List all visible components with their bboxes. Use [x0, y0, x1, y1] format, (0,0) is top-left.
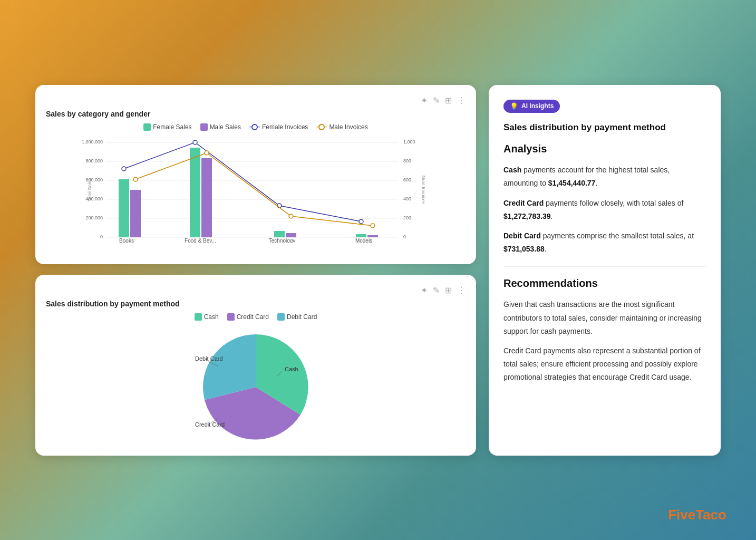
pie-chart-svg: Cash Credit Card Debit Card: [192, 329, 319, 445]
svg-text:Food & Bev...: Food & Bev...: [185, 238, 216, 243]
svg-text:Debit Card: Debit Card: [195, 355, 223, 362]
sparkle-icon-2[interactable]: ✦: [421, 285, 428, 295]
svg-rect-23: [201, 158, 212, 237]
edit-icon-2[interactable]: ✎: [433, 285, 440, 295]
legend-cash: Cash: [195, 313, 219, 321]
brand-part2: Taco: [695, 507, 726, 523]
svg-text:Cash: Cash: [285, 366, 298, 372]
male-sales-color: [200, 123, 208, 131]
ai-badge-label: AI Insights: [521, 102, 554, 110]
chart2-toolbar: ✦ ✎ ⊞ ⋮: [46, 285, 466, 295]
chart2-legend: Cash Credit Card Debit Card: [46, 313, 466, 321]
female-invoices-icon: [249, 124, 260, 130]
legend-credit-card: Credit Card: [227, 313, 269, 321]
svg-text:0: 0: [100, 234, 103, 239]
more-icon-2[interactable]: ⋮: [457, 285, 466, 295]
analysis-title: Analysis: [503, 143, 706, 155]
analysis-debit-card: Debit Card payments comprise the smalles…: [503, 229, 706, 256]
analysis-cash: Cash payments account for the highest to…: [503, 163, 706, 190]
male-sales-label: Male Sales: [210, 123, 241, 131]
chart2-card: ✦ ✎ ⊞ ⋮ Sales distribution by payment me…: [35, 275, 476, 456]
chart1-area: 1,000,000 800,000 600,000 400,000 200,00…: [46, 137, 466, 243]
legend-male-sales: Male Sales: [200, 123, 241, 131]
legend-male-invoices: Male Invoices: [316, 123, 367, 131]
sparkle-icon[interactable]: ✦: [421, 95, 428, 105]
svg-text:1,000: 1,000: [403, 139, 415, 144]
svg-text:1,000,000: 1,000,000: [82, 139, 103, 144]
svg-rect-24: [274, 231, 285, 237]
ai-insights-panel: 💡 AI Insights Sales distribution by paym…: [489, 85, 721, 456]
svg-point-29: [193, 140, 197, 144]
more-icon[interactable]: ⋮: [457, 95, 466, 105]
svg-text:Total Sales: Total Sales: [87, 178, 92, 201]
svg-rect-25: [286, 233, 296, 237]
svg-rect-20: [119, 179, 129, 237]
chart1-svg: 1,000,000 800,000 600,000 400,000 200,00…: [46, 137, 466, 243]
svg-text:200: 200: [403, 215, 411, 220]
legend-female-sales: Female Sales: [143, 123, 191, 131]
svg-text:200,000: 200,000: [85, 215, 103, 220]
svg-text:800,000: 800,000: [85, 158, 103, 163]
legend-debit-card: Debit Card: [277, 313, 317, 321]
svg-text:Books: Books: [119, 238, 134, 243]
left-panel: ✦ ✎ ⊞ ⋮ Sales by category and gender Fem…: [35, 85, 476, 456]
male-invoices-label: Male Invoices: [329, 123, 367, 131]
credit-card-label: Credit Card: [237, 313, 269, 321]
svg-point-32: [133, 177, 138, 181]
svg-text:800: 800: [403, 158, 411, 163]
svg-rect-22: [190, 148, 200, 237]
debit-card-label: Debit Card: [287, 313, 317, 321]
branding: FiveTaco: [668, 507, 726, 523]
ai-badge-icon: 💡: [510, 102, 518, 110]
section-divider: [503, 266, 706, 267]
cash-label: Cash: [204, 313, 219, 321]
recommendation-2: Credit Card payments also represent a su…: [503, 344, 706, 384]
chart1-legend: Female Sales Male Sales Female Invoices …: [46, 123, 466, 131]
cash-color: [195, 313, 202, 321]
svg-rect-26: [356, 234, 366, 237]
credit-card-color: [227, 313, 235, 321]
edit-icon[interactable]: ✎: [433, 95, 440, 105]
svg-text:Technology: Technology: [269, 238, 296, 243]
female-sales-label: Female Sales: [153, 123, 191, 131]
chart1-toolbar: ✦ ✎ ⊞ ⋮: [46, 95, 466, 105]
svg-text:Models: Models: [355, 238, 372, 243]
svg-text:Credit Card: Credit Card: [195, 421, 225, 428]
svg-point-28: [122, 167, 126, 171]
table-icon[interactable]: ⊞: [445, 95, 452, 105]
chart1-title: Sales by category and gender: [46, 110, 466, 118]
insight-main-title: Sales distribution by payment method: [503, 121, 706, 134]
female-invoices-label: Female Invoices: [262, 123, 308, 131]
legend-female-invoices: Female Invoices: [249, 123, 308, 131]
svg-text:Num Invoices: Num Invoices: [421, 175, 426, 204]
svg-point-33: [205, 151, 209, 155]
ai-badge[interactable]: 💡 AI Insights: [503, 100, 560, 113]
analysis-credit-card: Credit Card payments follow closely, wit…: [503, 197, 706, 223]
recommendation-1: Given that cash transactions are the mos…: [503, 298, 706, 338]
svg-point-34: [289, 214, 293, 218]
debit-card-color: [277, 313, 285, 321]
svg-rect-27: [367, 235, 378, 237]
female-sales-color: [143, 123, 151, 131]
svg-rect-21: [130, 190, 141, 237]
svg-text:600: 600: [403, 177, 411, 182]
table-icon-2[interactable]: ⊞: [445, 285, 452, 295]
pie-chart-container: Cash Credit Card Debit Card: [46, 329, 466, 445]
chart1-card: ✦ ✎ ⊞ ⋮ Sales by category and gender Fem…: [35, 85, 476, 264]
svg-text:0: 0: [403, 234, 406, 239]
svg-text:400: 400: [403, 196, 411, 201]
recommendations-title: Recommendations: [503, 277, 706, 290]
male-invoices-icon: [316, 124, 327, 130]
svg-point-35: [371, 224, 375, 228]
chart2-title: Sales distribution by payment method: [46, 300, 466, 308]
svg-point-31: [359, 219, 363, 224]
brand-part1: Five: [668, 507, 695, 523]
